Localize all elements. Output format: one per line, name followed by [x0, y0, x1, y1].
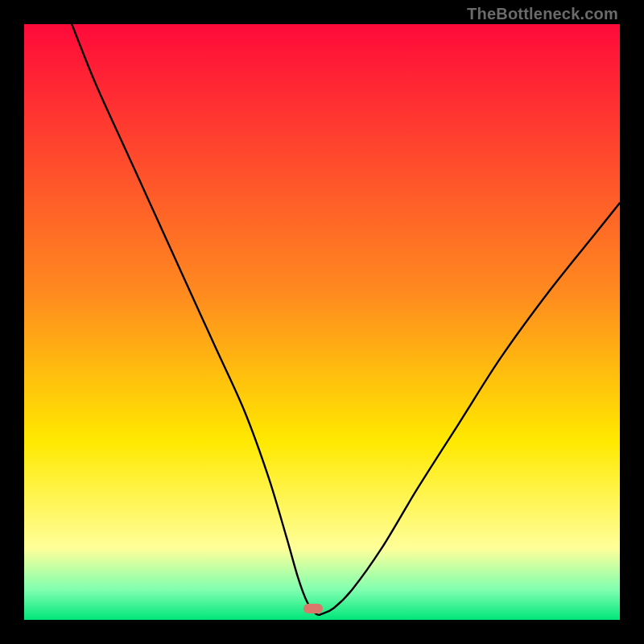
watermark-label: TheBottleneck.com — [467, 5, 618, 23]
bottleneck-curve — [24, 24, 620, 620]
chart-frame: TheBottleneck.com — [0, 0, 644, 644]
minimum-marker — [303, 604, 323, 613]
plot-area — [24, 24, 620, 620]
